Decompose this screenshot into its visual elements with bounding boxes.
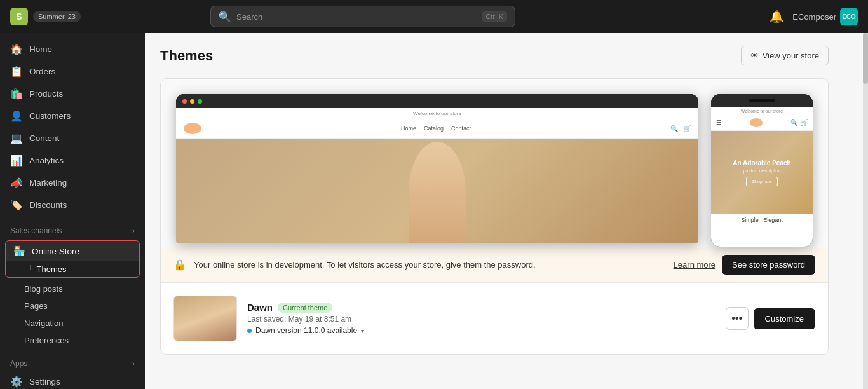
sidebar-item-customers[interactable]: 👤 Customers [0, 105, 145, 127]
theme-version-row: Dawn version 11.0.0 available ▾ [247, 326, 715, 335]
monitor-top-bar [176, 94, 698, 108]
sidebar: 🏠 Home 📋 Orders 🛍️ Products 👤 Customers … [0, 33, 145, 389]
desktop-preview: Welcome to our store Home Catalog Contac… [176, 94, 698, 243]
sidebar-item-online-store[interactable]: 🏪 Online Store [6, 241, 139, 261]
customers-icon: 👤 [10, 110, 23, 122]
mobile-menu-icon: ☰ [716, 119, 721, 126]
sidebar-nav: 🏠 Home 📋 Orders 🛍️ Products 👤 Customers … [0, 33, 145, 389]
mobile-theme-label: Simple · Elegant [711, 214, 813, 226]
main-layout: 🏠 Home 📋 Orders 🛍️ Products 👤 Customers … [0, 33, 868, 389]
theme-version-text: Dawn version 11.0.0 available [255, 326, 357, 335]
search-shortcut-hint: Ctrl K [482, 11, 508, 22]
sidebar-item-blog-posts[interactable]: Blog posts [0, 280, 145, 297]
scrollbar-thumb[interactable] [863, 33, 868, 84]
screen-icons: 🔍 🛒 [670, 125, 691, 132]
content-inner: Themes 👁 View your store [145, 33, 844, 367]
window-max-dot [198, 99, 202, 104]
sales-channels-label: Sales channels [10, 226, 62, 235]
sidebar-item-label-customers: Customers [29, 111, 71, 121]
user-avatar: ECO [840, 8, 858, 25]
theme-preview-card: Welcome to our store Home Catalog Contac… [160, 78, 829, 355]
screen-logo-icon [184, 123, 201, 134]
mobile-hero-cta-button[interactable]: Shop now [746, 177, 777, 186]
sidebar-item-navigation[interactable]: Navigation [0, 315, 145, 332]
window-min-dot [190, 99, 194, 104]
mobile-logo [750, 118, 763, 127]
page-title: Themes [160, 48, 213, 64]
mobile-hero-sub: product description [733, 168, 790, 173]
sidebar-item-preferences[interactable]: Preferences [0, 332, 145, 349]
marketing-icon: 📣 [10, 177, 23, 189]
screen-welcome-text: Welcome to our store [176, 108, 698, 119]
user-menu-button[interactable]: EComposer ECO [792, 8, 858, 25]
user-name: EComposer [792, 12, 836, 22]
notifications-button[interactable]: 🔔 [767, 7, 786, 26]
theme-name: Dawn [247, 302, 273, 313]
theme-row: Dawn Current theme Last saved: May 19 at… [173, 296, 815, 341]
analytics-icon: 📊 [10, 154, 23, 167]
search-input[interactable] [236, 12, 477, 22]
sidebar-item-content[interactable]: 💻 Content [0, 127, 145, 149]
apps-chevron-icon: › [132, 359, 135, 368]
settings-label: Settings [29, 377, 60, 386]
sidebar-item-label-content: Content [29, 133, 59, 143]
sidebar-item-label-orders: Orders [29, 67, 55, 76]
see-store-password-button[interactable]: See store password [722, 255, 815, 275]
themes-label: Themes [37, 264, 67, 274]
mobile-preview: Welcome to our store ☰ 🔍 🛒 [711, 94, 813, 247]
sidebar-item-label-marketing: Marketing [29, 178, 67, 188]
home-icon: 🏠 [10, 43, 23, 55]
customize-button[interactable]: Customize [754, 308, 815, 329]
screen-nav: Home Catalog Contact [401, 125, 471, 132]
theme-last-saved: Last saved: May 19 at 8:51 am [247, 315, 715, 324]
mobile-search-icon: 🔍 [790, 119, 797, 126]
version-chevron-icon: ▾ [361, 327, 364, 334]
screen-search-icon: 🔍 [670, 125, 678, 132]
sidebar-item-pages[interactable]: Pages [0, 297, 145, 315]
alert-message: Your online store is in development. To … [194, 260, 666, 270]
mobile-notch [749, 99, 775, 102]
pages-label: Pages [24, 301, 48, 311]
sidebar-item-products[interactable]: 🛍️ Products [0, 83, 145, 105]
view-store-button[interactable]: 👁 View your store [741, 46, 829, 65]
shopify-logo-icon: S [10, 8, 28, 25]
learn-more-button[interactable]: Learn more [674, 260, 715, 270]
mobile-screen: Welcome to our store ☰ 🔍 🛒 [711, 107, 813, 247]
sidebar-item-home[interactable]: 🏠 Home [0, 38, 145, 60]
topbar: S Summer '23 🔍 Ctrl K 🔔 EComposer ECO [0, 0, 868, 33]
summer-badge: Summer '23 [33, 11, 81, 22]
screen-nav-contact: Contact [451, 125, 471, 132]
alert-actions: Learn more See store password [674, 255, 815, 275]
online-store-group: 🏪 Online Store └ Themes [5, 240, 140, 278]
theme-thumbnail [173, 296, 237, 341]
sidebar-item-themes[interactable]: └ Themes [6, 261, 139, 277]
apps-label: Apps [10, 359, 27, 368]
logo: S Summer '23 [10, 8, 81, 25]
theme-name-row: Dawn Current theme [247, 302, 715, 313]
sidebar-item-marketing[interactable]: 📣 Marketing [0, 172, 145, 194]
search-bar[interactable]: 🔍 Ctrl K [210, 6, 515, 27]
sidebar-item-label-discounts: Discounts [29, 200, 67, 210]
eye-icon: 👁 [750, 51, 759, 60]
sidebar-item-analytics[interactable]: 📊 Analytics [0, 149, 145, 172]
sidebar-item-label-analytics: Analytics [29, 156, 64, 165]
more-options-button[interactable]: ••• [726, 307, 749, 330]
blog-posts-label: Blog posts [24, 284, 63, 294]
mobile-hero-title: An Adorable Peach [733, 159, 790, 167]
theme-thumbnail-image [174, 296, 236, 341]
mobile-cart-icon: 🛒 [801, 119, 808, 126]
settings-icon: ⚙️ [10, 376, 23, 388]
screen-hero [176, 139, 698, 243]
sidebar-item-orders[interactable]: 📋 Orders [0, 60, 145, 83]
mobile-welcome-text: Welcome to our store [711, 107, 813, 115]
sidebar-item-discounts[interactable]: 🏷️ Discounts [0, 194, 145, 216]
sales-channels-chevron-icon: › [132, 226, 135, 235]
content-area: Themes 👁 View your store [145, 33, 868, 389]
hero-person [409, 142, 466, 243]
sidebar-item-settings[interactable]: ⚙️ Settings [0, 371, 145, 389]
theme-actions: ••• Customize [726, 307, 815, 330]
mobile-hero: An Adorable Peach product description Sh… [711, 131, 813, 214]
topbar-right: 🔔 EComposer ECO [767, 7, 858, 26]
scrollbar-track[interactable] [863, 33, 868, 389]
theme-info: Dawn Current theme Last saved: May 19 at… [247, 302, 715, 335]
